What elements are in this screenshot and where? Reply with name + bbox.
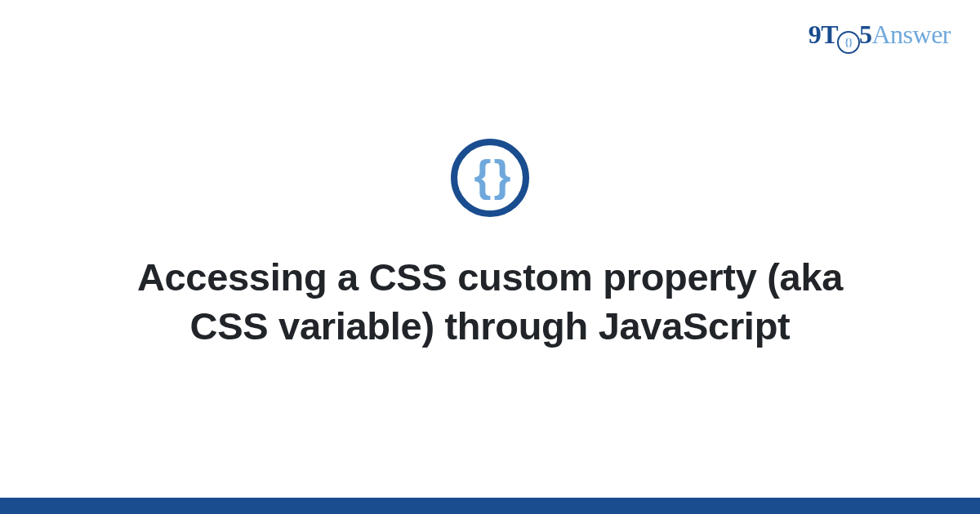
braces-symbol: { } [474,153,506,197]
page-title: Accessing a CSS custom property (aka CSS… [82,253,898,351]
footer-accent-bar [0,498,980,514]
main-content: { } Accessing a CSS custom property (aka… [0,0,980,498]
category-braces-icon: { } [451,139,529,217]
